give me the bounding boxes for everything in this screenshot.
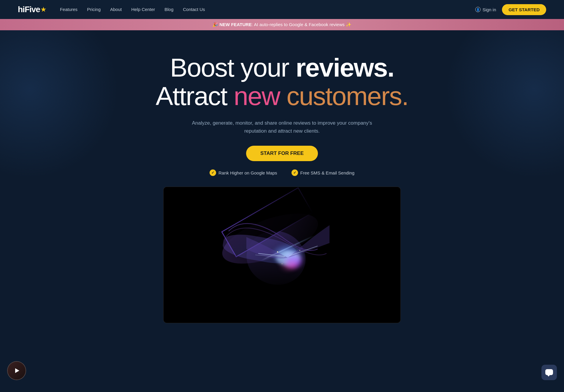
hero-title-bold-1: reviews. <box>296 53 394 82</box>
hero-title-regular-1: Boost your <box>170 53 296 82</box>
user-icon: 👤 <box>475 7 481 12</box>
feature-badge-google-text: Rank Higher on Google Maps <box>218 170 277 175</box>
nav-contact-us[interactable]: Contact Us <box>183 7 205 12</box>
hero-title-orange: customers. <box>286 81 408 111</box>
floating-video-widget[interactable] <box>7 361 26 380</box>
feature-badge-sms: ✓ Free SMS & Email Sending <box>291 169 355 176</box>
nav-help-center[interactable]: Help Center <box>131 7 155 12</box>
burst-svg <box>223 207 341 302</box>
demo-frame[interactable] <box>163 187 401 323</box>
announcement-emoji: 🎉 <box>213 22 218 27</box>
signin-label: Sign in <box>482 7 496 12</box>
hero-subtitle: Analyze, generate, monitor, and share on… <box>190 119 374 135</box>
nav-about[interactable]: About <box>110 7 122 12</box>
logo[interactable]: hiFive★ <box>18 5 46 14</box>
navbar-right: 👤 Sign in GET STARTED <box>475 4 546 15</box>
light-burst-visual <box>223 207 341 302</box>
check-icon-google: ✓ <box>210 169 216 176</box>
hero-title-pink: new <box>234 81 280 111</box>
nav-blog[interactable]: Blog <box>164 7 173 12</box>
logo-star-icon: ★ <box>41 6 46 13</box>
nav-pricing[interactable]: Pricing <box>87 7 101 12</box>
hero-title-line2: Attract new customers. <box>156 82 408 110</box>
hero-section: Boost your reviews. Attract new customer… <box>0 30 564 323</box>
check-icon-sms: ✓ <box>291 169 298 176</box>
feature-badges: ✓ Rank Higher on Google Maps ✓ Free SMS … <box>210 169 354 176</box>
hero-title-line1: Boost your reviews. <box>156 54 408 81</box>
hero-title: Boost your reviews. Attract new customer… <box>156 54 408 110</box>
nav-links: Features Pricing About Help Center Blog … <box>60 7 205 12</box>
demo-container <box>163 187 401 323</box>
play-icon <box>15 368 19 373</box>
svg-point-6 <box>277 251 278 253</box>
feature-badge-google: ✓ Rank Higher on Google Maps <box>210 169 277 176</box>
logo-text: hiFive <box>18 5 40 14</box>
hero-title-regular-2: Attract <box>156 81 234 111</box>
announcement-prefix: NEW FEATURE <box>219 22 252 27</box>
svg-point-7 <box>300 250 300 251</box>
nav-features[interactable]: Features <box>60 7 77 12</box>
chat-icon <box>545 369 553 376</box>
svg-point-8 <box>282 264 282 264</box>
floating-video-inner <box>8 362 26 380</box>
svg-point-5 <box>287 262 298 269</box>
announcement-text: : AI auto-replies to Google & Facebook r… <box>252 22 351 27</box>
chat-button[interactable] <box>541 365 557 380</box>
feature-badge-sms-text: Free SMS & Email Sending <box>300 170 355 175</box>
get-started-button[interactable]: GET STARTED <box>502 4 546 15</box>
navbar: hiFive★ Features Pricing About Help Cent… <box>0 0 564 19</box>
announcement-banner: 🎉 NEW FEATURE: AI auto-replies to Google… <box>0 19 564 30</box>
navbar-left: hiFive★ Features Pricing About Help Cent… <box>18 5 205 14</box>
chat-bubble-icon <box>545 369 553 375</box>
signin-button[interactable]: 👤 Sign in <box>475 7 496 12</box>
cta-start-free-button[interactable]: START FOR FREE <box>246 146 318 161</box>
hero-title-space <box>280 81 286 111</box>
